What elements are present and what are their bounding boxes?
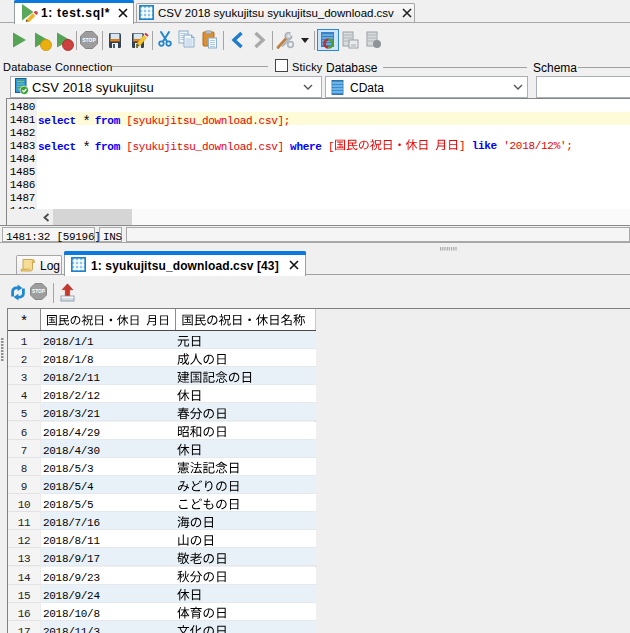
svg-text:STOP: STOP bbox=[82, 37, 96, 43]
svg-text:STOP: STOP bbox=[32, 289, 45, 294]
